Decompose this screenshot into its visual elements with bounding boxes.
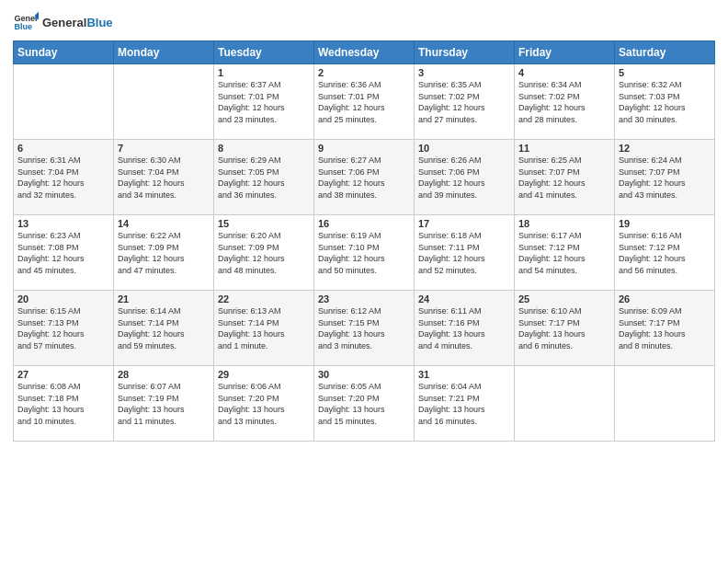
day-info: Sunrise: 6:07 AMSunset: 7:19 PMDaylight:… <box>118 381 210 427</box>
day-number: 4 <box>518 67 610 78</box>
day-info: Sunrise: 6:29 AMSunset: 7:05 PMDaylight:… <box>218 155 310 201</box>
day-number: 12 <box>619 143 711 154</box>
calendar-day-5: 5Sunrise: 6:32 AMSunset: 7:03 PMDaylight… <box>615 64 715 140</box>
calendar-day-17: 17Sunrise: 6:18 AMSunset: 7:11 PMDayligh… <box>415 215 515 291</box>
weekday-header-monday: Monday <box>114 41 214 64</box>
day-number: 20 <box>17 293 109 304</box>
calendar-week-row: 6Sunrise: 6:31 AMSunset: 7:04 PMDaylight… <box>14 140 715 215</box>
calendar-day-23: 23Sunrise: 6:12 AMSunset: 7:15 PMDayligh… <box>314 291 415 366</box>
weekday-header-wednesday: Wednesday <box>314 41 415 64</box>
day-info: Sunrise: 6:22 AMSunset: 7:09 PMDaylight:… <box>118 230 210 276</box>
calendar-day-11: 11Sunrise: 6:25 AMSunset: 7:07 PMDayligh… <box>515 140 615 215</box>
day-info: Sunrise: 6:18 AMSunset: 7:11 PMDaylight:… <box>418 230 510 276</box>
day-info: Sunrise: 6:20 AMSunset: 7:09 PMDaylight:… <box>218 230 310 276</box>
day-info: Sunrise: 6:11 AMSunset: 7:16 PMDaylight:… <box>418 305 510 351</box>
day-number: 27 <box>17 369 109 380</box>
logo-text: GeneralBlue <box>42 16 113 29</box>
day-number: 29 <box>218 369 310 380</box>
day-number: 14 <box>118 218 210 229</box>
day-info: Sunrise: 6:04 AMSunset: 7:21 PMDaylight:… <box>418 381 510 427</box>
calendar-day-15: 15Sunrise: 6:20 AMSunset: 7:09 PMDayligh… <box>214 215 314 291</box>
day-info: Sunrise: 6:32 AMSunset: 7:03 PMDaylight:… <box>619 79 711 125</box>
calendar-day-30: 30Sunrise: 6:05 AMSunset: 7:20 PMDayligh… <box>314 366 415 442</box>
calendar-page: General Blue GeneralBlue SundayMondayTue… <box>0 0 728 563</box>
day-number: 7 <box>118 143 210 154</box>
calendar-day-31: 31Sunrise: 6:04 AMSunset: 7:21 PMDayligh… <box>415 366 515 442</box>
day-info: Sunrise: 6:19 AMSunset: 7:10 PMDaylight:… <box>318 230 410 276</box>
day-number: 19 <box>619 218 711 229</box>
calendar-day-2: 2Sunrise: 6:36 AMSunset: 7:01 PMDaylight… <box>314 64 415 140</box>
empty-day <box>14 64 114 140</box>
calendar-week-row: 13Sunrise: 6:23 AMSunset: 7:08 PMDayligh… <box>14 215 715 291</box>
day-number: 25 <box>518 293 610 304</box>
calendar-day-1: 1Sunrise: 6:37 AMSunset: 7:01 PMDaylight… <box>214 64 314 140</box>
day-info: Sunrise: 6:37 AMSunset: 7:01 PMDaylight:… <box>218 79 310 125</box>
day-number: 24 <box>418 293 510 304</box>
day-number: 15 <box>218 218 310 229</box>
calendar-day-10: 10Sunrise: 6:26 AMSunset: 7:06 PMDayligh… <box>415 140 515 215</box>
day-number: 11 <box>518 143 610 154</box>
day-info: Sunrise: 6:25 AMSunset: 7:07 PMDaylight:… <box>518 155 610 201</box>
day-info: Sunrise: 6:35 AMSunset: 7:02 PMDaylight:… <box>418 79 510 125</box>
day-info: Sunrise: 6:34 AMSunset: 7:02 PMDaylight:… <box>518 79 610 125</box>
day-info: Sunrise: 6:30 AMSunset: 7:04 PMDaylight:… <box>118 155 210 201</box>
svg-text:Blue: Blue <box>14 22 32 31</box>
weekday-header-friday: Friday <box>515 41 615 64</box>
day-number: 28 <box>118 369 210 380</box>
day-info: Sunrise: 6:05 AMSunset: 7:20 PMDaylight:… <box>318 381 410 427</box>
day-number: 1 <box>218 67 310 78</box>
day-number: 8 <box>218 143 310 154</box>
calendar-day-21: 21Sunrise: 6:14 AMSunset: 7:14 PMDayligh… <box>114 291 214 366</box>
day-info: Sunrise: 6:09 AMSunset: 7:17 PMDaylight:… <box>619 305 711 351</box>
calendar-day-13: 13Sunrise: 6:23 AMSunset: 7:08 PMDayligh… <box>14 215 114 291</box>
calendar-day-9: 9Sunrise: 6:27 AMSunset: 7:06 PMDaylight… <box>314 140 415 215</box>
calendar-day-16: 16Sunrise: 6:19 AMSunset: 7:10 PMDayligh… <box>314 215 415 291</box>
day-info: Sunrise: 6:06 AMSunset: 7:20 PMDaylight:… <box>218 381 310 427</box>
calendar-day-12: 12Sunrise: 6:24 AMSunset: 7:07 PMDayligh… <box>615 140 715 215</box>
calendar-day-22: 22Sunrise: 6:13 AMSunset: 7:14 PMDayligh… <box>214 291 314 366</box>
weekday-header-saturday: Saturday <box>615 41 715 64</box>
day-number: 13 <box>17 218 109 229</box>
day-number: 18 <box>518 218 610 229</box>
day-info: Sunrise: 6:31 AMSunset: 7:04 PMDaylight:… <box>17 155 109 201</box>
calendar-day-18: 18Sunrise: 6:17 AMSunset: 7:12 PMDayligh… <box>515 215 615 291</box>
calendar-day-28: 28Sunrise: 6:07 AMSunset: 7:19 PMDayligh… <box>114 366 214 442</box>
day-number: 26 <box>619 293 711 304</box>
calendar-day-3: 3Sunrise: 6:35 AMSunset: 7:02 PMDaylight… <box>415 64 515 140</box>
day-number: 16 <box>318 218 410 229</box>
day-info: Sunrise: 6:16 AMSunset: 7:12 PMDaylight:… <box>619 230 711 276</box>
day-number: 21 <box>118 293 210 304</box>
calendar-table: SundayMondayTuesdayWednesdayThursdayFrid… <box>13 40 715 442</box>
day-info: Sunrise: 6:24 AMSunset: 7:07 PMDaylight:… <box>619 155 711 201</box>
calendar-week-row: 1Sunrise: 6:37 AMSunset: 7:01 PMDaylight… <box>14 64 715 140</box>
day-info: Sunrise: 6:26 AMSunset: 7:06 PMDaylight:… <box>418 155 510 201</box>
calendar-week-row: 27Sunrise: 6:08 AMSunset: 7:18 PMDayligh… <box>14 366 715 442</box>
weekday-header-tuesday: Tuesday <box>214 41 314 64</box>
day-number: 2 <box>318 67 410 78</box>
empty-day <box>114 64 214 140</box>
calendar-day-29: 29Sunrise: 6:06 AMSunset: 7:20 PMDayligh… <box>214 366 314 442</box>
day-info: Sunrise: 6:15 AMSunset: 7:13 PMDaylight:… <box>17 305 109 351</box>
logo: General Blue GeneralBlue <box>13 9 113 35</box>
calendar-day-24: 24Sunrise: 6:11 AMSunset: 7:16 PMDayligh… <box>415 291 515 366</box>
day-number: 5 <box>619 67 711 78</box>
calendar-day-8: 8Sunrise: 6:29 AMSunset: 7:05 PMDaylight… <box>214 140 314 215</box>
logo-icon: General Blue <box>13 9 39 35</box>
calendar-day-25: 25Sunrise: 6:10 AMSunset: 7:17 PMDayligh… <box>515 291 615 366</box>
day-number: 17 <box>418 218 510 229</box>
day-info: Sunrise: 6:13 AMSunset: 7:14 PMDaylight:… <box>218 305 310 351</box>
calendar-day-27: 27Sunrise: 6:08 AMSunset: 7:18 PMDayligh… <box>14 366 114 442</box>
weekday-header-thursday: Thursday <box>415 41 515 64</box>
calendar-day-7: 7Sunrise: 6:30 AMSunset: 7:04 PMDaylight… <box>114 140 214 215</box>
day-info: Sunrise: 6:17 AMSunset: 7:12 PMDaylight:… <box>518 230 610 276</box>
weekday-header-sunday: Sunday <box>14 41 114 64</box>
calendar-day-20: 20Sunrise: 6:15 AMSunset: 7:13 PMDayligh… <box>14 291 114 366</box>
day-info: Sunrise: 6:10 AMSunset: 7:17 PMDaylight:… <box>518 305 610 351</box>
empty-day <box>615 366 715 442</box>
weekday-header-row: SundayMondayTuesdayWednesdayThursdayFrid… <box>14 41 715 64</box>
calendar-week-row: 20Sunrise: 6:15 AMSunset: 7:13 PMDayligh… <box>14 291 715 366</box>
day-number: 30 <box>318 369 410 380</box>
header: General Blue GeneralBlue <box>13 9 715 35</box>
calendar-day-14: 14Sunrise: 6:22 AMSunset: 7:09 PMDayligh… <box>114 215 214 291</box>
day-info: Sunrise: 6:12 AMSunset: 7:15 PMDaylight:… <box>318 305 410 351</box>
